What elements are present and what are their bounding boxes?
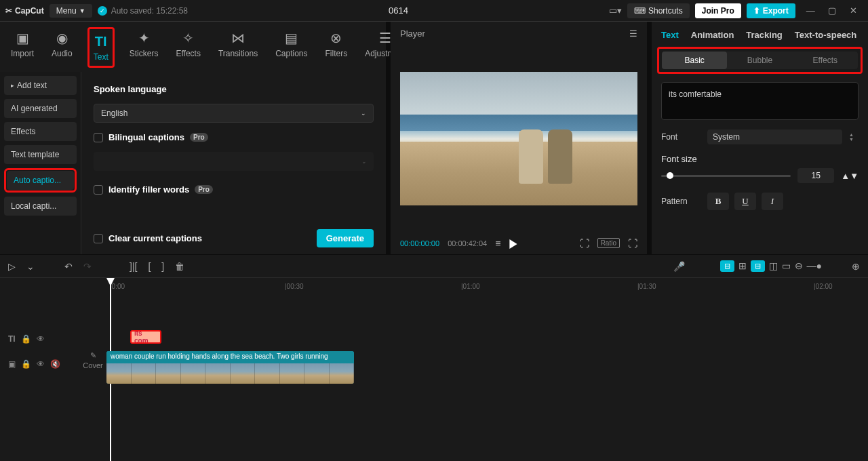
- audio-icon: ◉: [56, 30, 68, 46]
- chevron-down-icon: ▼: [849, 137, 859, 142]
- tool-chevron[interactable]: ⌄: [26, 261, 35, 272]
- zoom-out-button[interactable]: ⊖: [795, 260, 803, 272]
- split-left-tool[interactable]: [: [148, 261, 151, 272]
- align-tool[interactable]: ⊞: [738, 260, 747, 272]
- track-tool[interactable]: ◫: [769, 260, 778, 272]
- font-stepper[interactable]: ▲▼: [849, 132, 859, 142]
- caption-text-input[interactable]: its comfertable: [661, 82, 859, 120]
- tab-effects[interactable]: ✧Effects: [173, 27, 203, 61]
- export-button[interactable]: ⬆ Export: [747, 3, 795, 18]
- fullscreen-icon[interactable]: ⛶: [628, 238, 637, 249]
- caption-clip[interactable]: its com: [130, 330, 161, 344]
- ratio-button[interactable]: Ratio: [597, 238, 620, 248]
- clear-captions-checkbox[interactable]: [94, 234, 103, 243]
- tab-stickers-label: Stickers: [130, 49, 159, 58]
- cover-button[interactable]: ✎ Cover: [79, 351, 106, 369]
- underline-button[interactable]: U: [734, 193, 756, 210]
- split-tool[interactable]: ]|[: [130, 261, 137, 272]
- language-select[interactable]: English ⌄: [94, 104, 374, 123]
- preview-tool[interactable]: ▭: [782, 260, 791, 272]
- hamburger-icon[interactable]: ☰: [629, 28, 637, 39]
- fontsize-value[interactable]: 15: [797, 168, 834, 183]
- layout-icon[interactable]: ▭▾: [609, 5, 622, 16]
- delete-tool[interactable]: 🗑: [175, 261, 184, 272]
- generate-button[interactable]: Generate: [317, 229, 374, 247]
- tab-import-label: Import: [11, 49, 34, 58]
- adjustment-icon: ☰: [379, 30, 391, 46]
- join-pro-button[interactable]: Join Pro: [695, 3, 741, 18]
- top-tabs: ▣Import ◉Audio TIText ✦Stickers ✧Effects…: [0, 22, 386, 72]
- sub-tab-basic[interactable]: Basic: [662, 52, 727, 69]
- eye-icon[interactable]: 👁: [37, 334, 45, 344]
- zoom-fit-button[interactable]: ⊕: [852, 261, 860, 272]
- play-button[interactable]: [509, 238, 518, 249]
- timeline-ruler[interactable]: |0:00 |00:30 |01:00 |01:30 |02:00: [0, 278, 868, 294]
- lock-icon[interactable]: 🔒: [21, 334, 31, 344]
- chevron-down-icon: ▼: [79, 7, 85, 14]
- sub-tab-effects[interactable]: Effects: [793, 52, 858, 69]
- list-item-effects[interactable]: Effects: [4, 122, 77, 141]
- tab-transitions-label: Transitions: [218, 49, 258, 58]
- tab-text[interactable]: TIText: [91, 31, 111, 64]
- snap-toggle[interactable]: ⊟: [720, 260, 734, 272]
- total-time: 00:00:42:04: [448, 239, 487, 247]
- timeline-tracks[interactable]: TI 🔒 👁 its com ▣ 🔒 👁 🔇 ✎ Cover: [0, 294, 868, 461]
- lock-icon[interactable]: 🔒: [21, 359, 31, 369]
- list-icon[interactable]: ≡: [495, 238, 500, 249]
- redo-button[interactable]: ↷: [83, 261, 92, 272]
- cursor-tool[interactable]: ▷: [8, 261, 16, 272]
- minimize-button[interactable]: —: [801, 3, 821, 18]
- tab-filters[interactable]: ⊗Filters: [323, 27, 351, 61]
- bold-button[interactable]: B: [707, 193, 729, 210]
- mic-icon[interactable]: 🎤: [673, 261, 685, 272]
- fontsize-slider[interactable]: [661, 175, 791, 177]
- bilingual-checkbox[interactable]: [94, 133, 103, 142]
- list-item-auto-captions[interactable]: Auto captio...: [7, 171, 74, 190]
- inspector-tab-text[interactable]: Text: [661, 30, 679, 40]
- tab-audio[interactable]: ◉Audio: [49, 27, 75, 61]
- undo-button[interactable]: ↶: [64, 261, 73, 272]
- chevron-down-icon: ▼: [850, 171, 859, 181]
- tab-stickers[interactable]: ✦Stickers: [127, 27, 161, 61]
- tab-import[interactable]: ▣Import: [8, 27, 37, 61]
- text-icon: TI: [95, 33, 107, 49]
- scan-icon[interactable]: ⛶: [580, 238, 589, 249]
- close-button[interactable]: ✕: [844, 3, 863, 18]
- list-item-add-text[interactable]: ▸Add text: [4, 76, 77, 95]
- font-label: Font: [661, 132, 701, 142]
- video-clip[interactable]: woman couple run holding hands along the…: [106, 351, 354, 384]
- menu-label: Menu: [56, 6, 77, 16]
- list-item-local-captions[interactable]: Local capti...: [4, 197, 77, 216]
- font-select[interactable]: System: [707, 129, 842, 144]
- inspector-tab-tracking[interactable]: Tracking: [746, 30, 782, 40]
- transitions-icon: ⋈: [231, 30, 245, 46]
- list-item-text-template[interactable]: Text template: [4, 145, 77, 164]
- eye-icon[interactable]: 👁: [37, 359, 45, 369]
- mute-icon[interactable]: 🔇: [50, 359, 60, 369]
- shortcuts-button[interactable]: ⌨ Shortcuts: [627, 3, 690, 18]
- inspector-tab-animation[interactable]: Animation: [691, 30, 734, 40]
- link-toggle[interactable]: ⊟: [751, 260, 765, 272]
- inspector-tab-tts[interactable]: Text-to-speech: [795, 30, 857, 40]
- language-value: English: [101, 108, 127, 118]
- media-panel: ▣Import ◉Audio TIText ✦Stickers ✧Effects…: [0, 22, 387, 254]
- font-value: System: [713, 132, 740, 142]
- ruler-mark: |0:00: [110, 283, 125, 290]
- tab-captions[interactable]: ▤Captions: [273, 27, 310, 61]
- filler-checkbox[interactable]: [94, 185, 103, 195]
- list-item-ai-generated[interactable]: AI generated: [4, 99, 77, 118]
- sub-tab-bubble[interactable]: Bubble: [727, 52, 792, 69]
- italic-button[interactable]: I: [762, 193, 783, 210]
- video-preview[interactable]: [400, 72, 637, 205]
- tab-filters-label: Filters: [326, 49, 348, 58]
- tab-effects-label: Effects: [176, 49, 200, 58]
- auto-captions-form: Spoken language English ⌄ Bilingual capt…: [81, 72, 386, 254]
- menu-button[interactable]: Menu ▼: [50, 4, 92, 18]
- split-right-tool[interactable]: ]: [161, 261, 164, 272]
- fontsize-stepper[interactable]: ▲▼: [841, 171, 859, 181]
- stickers-icon: ✦: [138, 30, 150, 46]
- tab-transitions[interactable]: ⋈Transitions: [216, 27, 260, 61]
- maximize-button[interactable]: ▢: [823, 3, 842, 18]
- chevron-right-icon: ▸: [11, 82, 14, 89]
- zoom-slider[interactable]: —●: [807, 260, 822, 272]
